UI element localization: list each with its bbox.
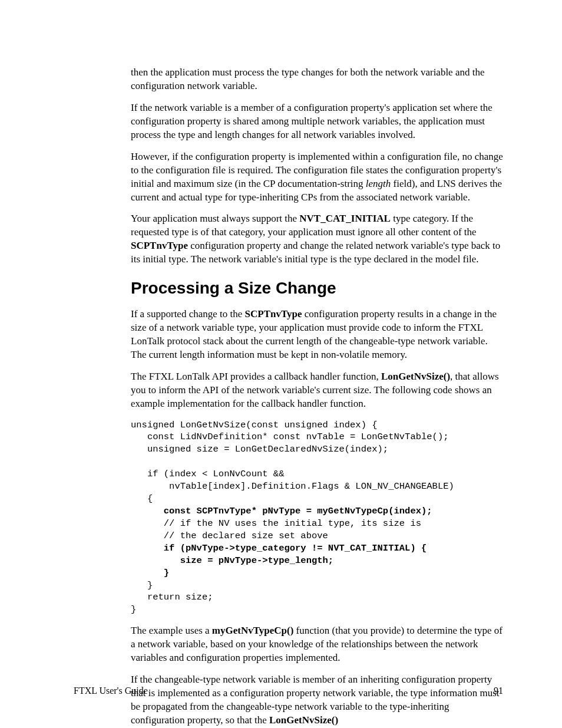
code-line: // if the NV uses the initial type, its … [131,518,427,529]
code-line: unsigned LonGetNvSize(const unsigned ind… [131,420,383,430]
code-line [131,456,136,467]
bold-text: SCPTnvType [131,240,188,251]
code-bold: if (pNvType->type_category != NVT_CAT_IN… [164,543,432,554]
code-line [131,568,164,578]
code-line [131,506,164,516]
code-line: const LidNvDefinition* const nvTable = L… [131,431,454,442]
code-line: if (index < LonNvCount && [131,469,290,479]
text-run: Your application must always support the [131,213,299,224]
bold-text: SCPTnvType [245,308,302,319]
footer-title: FTXL User's Guide [74,684,148,697]
code-line [131,555,180,566]
code-line: { [131,493,158,504]
code-line [131,543,164,554]
paragraph: then the application must process the ty… [131,66,503,93]
code-line: } [131,580,158,591]
paragraph: However, if the configuration property i… [131,150,503,205]
code-block: unsigned LonGetNvSize(const unsigned ind… [131,419,503,617]
text-run: The example uses a [131,625,212,636]
code-line: return size; [131,592,219,602]
code-bold: } [164,568,175,578]
text-run: The FTXL LonTalk API provides a callback… [131,371,381,382]
bold-text: NVT_CAT_INITIAL [299,213,391,224]
code-bold: size = pNvType->type_length; [180,555,339,566]
code-line: nvTable[index].Definition.Flags & LON_NV… [131,481,459,492]
page-footer: FTXL User's Guide 91 [74,684,503,697]
text-run: If a supported change to the [131,308,245,319]
paragraph: Your application must always support the… [131,212,503,266]
bold-text: LonGetNvSize() [381,371,450,382]
code-line: // the declared size set above [131,531,333,541]
italic-text: length [366,178,391,189]
paragraph: The example uses a myGetNvTypeCp() funct… [131,624,503,665]
code-line: } [131,604,142,615]
code-line: unsigned size = LonGetDeclaredNvSize(ind… [131,444,394,454]
section-heading: Processing a Size Change [131,277,503,299]
paragraph: If the changeable-type network variable … [131,673,503,727]
page-number: 91 [494,684,503,697]
paragraph: If the network variable is a member of a… [131,101,503,142]
bold-text: myGetNvTypeCp() [212,625,294,636]
paragraph: The FTXL LonTalk API provides a callback… [131,370,503,411]
code-bold: const SCPTnvType* pNvType = myGetNvTypeC… [164,506,438,516]
bold-text: LonGetNvSize() [269,714,338,726]
paragraph: If a supported change to the SCPTnvType … [131,308,503,362]
